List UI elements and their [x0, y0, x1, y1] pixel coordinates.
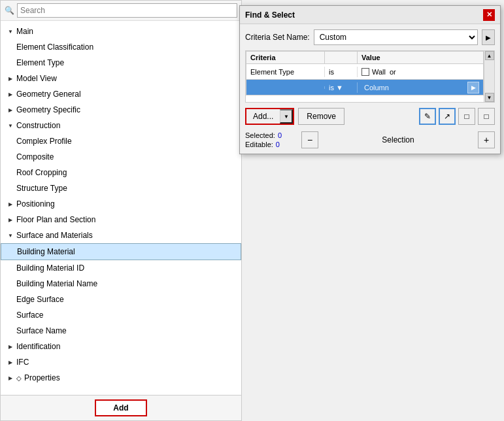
criteria-content: Criteria Value Element Type is Wall	[246, 51, 484, 102]
dialog-titlebar: Find & Select ✕	[240, 6, 500, 24]
criteria-cell-op2[interactable]: is ▼	[325, 82, 358, 93]
tree-item-positioning[interactable]: ▶ Positioning	[1, 196, 241, 212]
rect-icon-btn1[interactable]: □	[458, 108, 475, 125]
tree-label-structure-type: Structure Type	[16, 184, 67, 193]
expand-icon-ifc[interactable]: ▶	[6, 358, 15, 367]
selection-controls: − Selection +	[301, 131, 495, 148]
criteria-cell-element-type: Element Type	[246, 67, 325, 77]
find-select-dialog: Find & Select ✕ Criteria Set Name: Custo…	[239, 5, 501, 154]
tree-item-surface-materials[interactable]: ▼ Surface and Materials	[1, 227, 241, 243]
criteria-set-arrow[interactable]: ▶	[482, 29, 495, 45]
tree-item-ifc[interactable]: ▶ IFC	[1, 354, 241, 370]
expand-icon-main[interactable]: ▼	[6, 27, 15, 36]
expand-icon-geometry-general[interactable]: ▶	[6, 90, 15, 99]
tree-item-main[interactable]: ▼ Main	[1, 24, 241, 39]
tree-item-roof-cropping[interactable]: Roof Cropping	[1, 165, 241, 180]
tree-item-floor-plan[interactable]: ▶ Floor Plan and Section	[1, 212, 241, 227]
criteria-cell-op1: is	[325, 67, 358, 77]
rect-icon-btn2[interactable]: □	[478, 108, 495, 125]
scroll-up[interactable]: ▲	[485, 51, 494, 60]
tree-label-positioning: Positioning	[16, 199, 55, 209]
plus-button[interactable]: +	[478, 131, 495, 148]
tree-item-edge-surface[interactable]: Edge Surface	[1, 292, 241, 307]
scroll-down[interactable]: ▼	[485, 93, 494, 102]
edit-icon-btn[interactable]: ✎	[419, 108, 436, 125]
criteria-set-label: Criteria Set Name:	[245, 33, 310, 42]
tree-panel: 🔍 ▼ Main Element Classification Element …	[0, 0, 242, 421]
criteria-set-select[interactable]: Custom	[314, 29, 478, 45]
tree-item-composite[interactable]: Composite	[1, 149, 241, 165]
edit-buttons: ✎ ↗ □ □	[419, 108, 495, 125]
close-button[interactable]: ✕	[483, 9, 495, 21]
remove-button[interactable]: Remove	[298, 108, 344, 125]
tree-label-ifc: IFC	[16, 358, 29, 367]
expand-icon-identification[interactable]: ▶	[6, 342, 15, 351]
tree-label-building-material: Building Material	[17, 247, 75, 256]
tree-item-surface[interactable]: Surface	[1, 307, 241, 323]
scrollbar: ▲ ▼	[484, 51, 494, 102]
tree-label-surface-name: Surface Name	[16, 326, 67, 335]
criteria-cell-blank	[246, 86, 325, 89]
tree-label-geometry-general: Geometry General	[16, 90, 81, 99]
minus-button[interactable]: −	[301, 131, 318, 148]
tree-label-main: Main	[16, 27, 33, 36]
editable-label: Editable:	[245, 141, 273, 148]
add-label-button[interactable]: Add...	[246, 109, 280, 124]
add-arrow-button[interactable]: ▼	[280, 109, 293, 124]
expand-icon-model-view[interactable]: ▶	[6, 74, 15, 83]
criteria-row-1: Element Type is Wall or	[246, 64, 484, 80]
criteria-header-criteria: Criteria	[246, 52, 325, 63]
expand-icon-properties[interactable]: ▶	[6, 373, 15, 382]
tree-item-structure-type[interactable]: Structure Type	[1, 180, 241, 196]
expand-icon-geometry-specific[interactable]: ▶	[6, 105, 15, 114]
wall-checkbox[interactable]	[361, 68, 369, 76]
add-button-bottom[interactable]: Add	[95, 399, 147, 416]
dialog-title: Find & Select	[245, 10, 295, 20]
tree-item-geometry-specific[interactable]: ▶ Geometry Specific	[1, 102, 241, 118]
tree-item-identification[interactable]: ▶ Identification	[1, 339, 241, 354]
tree-label-geometry-specific: Geometry Specific	[16, 105, 80, 114]
tree-label-edge-surface: Edge Surface	[16, 295, 64, 304]
tree-item-construction[interactable]: ▼ Construction	[1, 118, 241, 133]
expand-icon-floor-plan[interactable]: ▶	[6, 215, 15, 224]
tree-item-building-material-id[interactable]: Building Material ID	[1, 260, 241, 276]
wall-value: Wall	[372, 68, 386, 76]
criteria-cell-val1: Wall or	[358, 67, 483, 77]
tree-label-model-view: Model View	[16, 74, 57, 83]
expand-icon-positioning[interactable]: ▶	[6, 199, 15, 209]
expand-icon-surface-materials[interactable]: ▼	[6, 231, 15, 240]
criteria-row-2: is ▼ Column ▶	[246, 80, 484, 95]
search-bar: 🔍	[1, 1, 241, 21]
tree-item-properties[interactable]: ▶ ◇ Properties	[1, 370, 241, 386]
editable-row: Editable: 0	[245, 141, 297, 148]
selected-label: Selected:	[245, 131, 275, 139]
search-icon: 🔍	[5, 6, 14, 15]
tree-item-element-type[interactable]: Element Type	[1, 55, 241, 71]
tree-label-floor-plan: Floor Plan and Section	[16, 215, 95, 224]
tree-label-surface: Surface	[16, 311, 43, 320]
tree-item-building-material[interactable]: Building Material	[1, 243, 241, 260]
op2-label: is ▼	[329, 84, 343, 92]
tree-item-building-material-name[interactable]: Building Material Name	[1, 276, 241, 292]
tree-item-element-classification[interactable]: Element Classification	[1, 39, 241, 55]
tree-label-construction: Construction	[16, 121, 60, 130]
criteria-header-value: Value	[358, 52, 483, 63]
buttons-row: Add... ▼ Remove ✎ ↗ □ □	[245, 108, 495, 125]
criteria-cell-val2: Column ▶	[358, 80, 483, 95]
tree-item-geometry-general[interactable]: ▶ Geometry General	[1, 86, 241, 102]
selected-row: Selected: 0	[245, 131, 297, 139]
expand-icon-construction[interactable]: ▼	[6, 121, 15, 130]
tree-item-model-view[interactable]: ▶ Model View	[1, 71, 241, 86]
tree-label-building-material-name: Building Material Name	[16, 279, 97, 288]
link-icon-btn[interactable]: ↗	[439, 108, 456, 125]
tree-item-surface-name[interactable]: Surface Name	[1, 323, 241, 339]
tree-label-properties: Properties	[24, 373, 60, 382]
element-type-label: Element Type	[250, 68, 294, 76]
search-input[interactable]	[17, 3, 237, 18]
status-row: Selected: 0 Editable: 0 − Selection +	[245, 131, 495, 148]
op1-label: is	[329, 68, 334, 76]
tree-item-complex-profile[interactable]: Complex Profile	[1, 133, 241, 149]
selected-value: 0	[278, 131, 282, 139]
tree-label-surface-materials: Surface and Materials	[16, 231, 93, 240]
column-arrow-btn[interactable]: ▶	[467, 82, 479, 93]
